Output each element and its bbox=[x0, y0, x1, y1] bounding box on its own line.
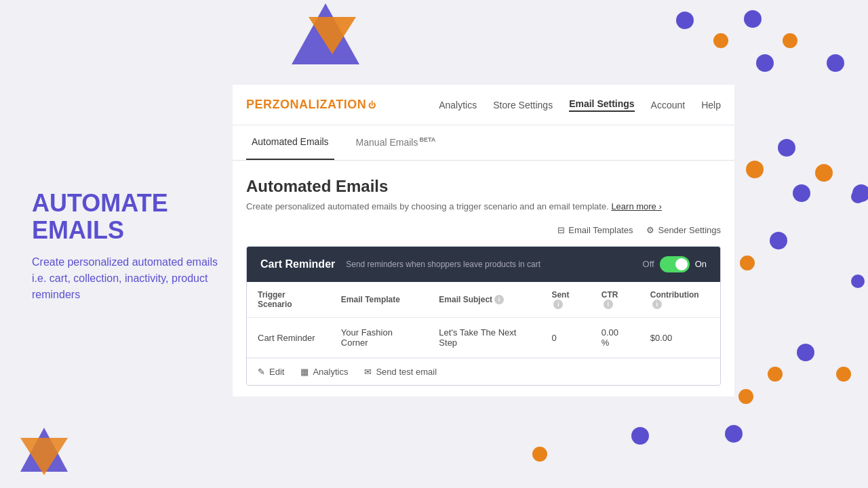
info-icon[interactable]: i bbox=[494, 295, 504, 304]
decorative-dot bbox=[783, 33, 797, 48]
cell-ctr: 0.00 % bbox=[591, 318, 639, 358]
info-icon[interactable]: i bbox=[604, 300, 613, 309]
decorative-dot bbox=[851, 190, 865, 203]
decorative-dot bbox=[852, 184, 868, 202]
page-description: Create personalized automated emails by … bbox=[246, 201, 721, 211]
decorative-dot bbox=[851, 274, 865, 288]
col-header-email-template: Email Template bbox=[330, 282, 429, 318]
templates-icon: ⊟ bbox=[557, 225, 565, 235]
col-header-sent: Senti bbox=[540, 282, 590, 318]
hero-subtitle: Create personalized automated emails i.e… bbox=[32, 254, 222, 303]
table-head: Trigger ScenarioEmail TemplateEmail Subj… bbox=[247, 282, 720, 318]
table-row: Cart ReminderYour Fashion CornerLet's Ta… bbox=[247, 318, 720, 358]
hero-title: AUTOMATE EMAILS bbox=[32, 190, 222, 243]
cart-reminder-description: Send reminders when shoppers leave produ… bbox=[346, 260, 540, 269]
svg-marker-2 bbox=[20, 428, 68, 472]
toggle-wrap: Off On bbox=[643, 256, 707, 272]
mail-icon: ✉ bbox=[364, 367, 372, 377]
edit-button[interactable]: ✎Edit bbox=[258, 367, 284, 377]
send-test-email-button[interactable]: ✉Send test email bbox=[364, 367, 437, 377]
send-test-email-label: Send test email bbox=[376, 367, 437, 377]
decorative-dot bbox=[740, 256, 755, 270]
col-header-ctr: CTRi bbox=[591, 282, 639, 318]
bottom-left-logo bbox=[17, 424, 71, 481]
decorative-dot bbox=[778, 139, 795, 157]
nav-link-email-settings[interactable]: Email Settings bbox=[569, 98, 634, 112]
analytics-icon: ▦ bbox=[300, 367, 309, 377]
svg-marker-1 bbox=[309, 17, 356, 54]
cart-header: Cart Reminder Send reminders when shoppe… bbox=[247, 247, 720, 282]
nav-logo: PERZONALIZATION⏻ bbox=[246, 98, 376, 112]
info-icon[interactable]: i bbox=[553, 300, 563, 309]
toggle-off-label: Off bbox=[643, 259, 654, 269]
decorative-dot bbox=[768, 367, 783, 382]
learn-more-link[interactable]: Learn more › bbox=[611, 201, 661, 211]
tabs-bar: Automated EmailsManual EmailsBETA bbox=[233, 125, 734, 161]
tab-automated-emails[interactable]: Automated Emails bbox=[246, 125, 334, 160]
table-body: Cart ReminderYour Fashion CornerLet's Ta… bbox=[247, 318, 720, 358]
toggle-knob bbox=[675, 258, 688, 270]
nav-link-store-settings[interactable]: Store Settings bbox=[493, 100, 553, 110]
svg-marker-0 bbox=[292, 3, 359, 64]
col-header-contribution: Contributioni bbox=[639, 282, 720, 318]
toggle-switch[interactable] bbox=[660, 256, 690, 272]
cell-subject: Let's Take The Next Step bbox=[428, 318, 540, 358]
toggle-on-label: On bbox=[695, 259, 707, 269]
decorative-dot bbox=[815, 164, 833, 182]
beta-badge: BETA bbox=[419, 136, 435, 143]
col-header-email-subject: Email Subjecti bbox=[428, 282, 540, 318]
nav-link-help[interactable]: Help bbox=[701, 100, 721, 110]
decorative-dot bbox=[738, 389, 753, 404]
analytics-label: Analytics bbox=[313, 367, 348, 377]
email-table: Trigger ScenarioEmail TemplateEmail Subj… bbox=[247, 282, 720, 359]
edit-icon: ✎ bbox=[258, 367, 265, 377]
decorative-dot bbox=[797, 344, 814, 361]
cart-reminder-title: Cart Reminder bbox=[260, 258, 335, 270]
decorative-dot bbox=[713, 33, 728, 48]
decorative-dot bbox=[746, 161, 764, 178]
decorative-dot bbox=[744, 10, 762, 28]
col-header-trigger-scenario: Trigger Scenario bbox=[247, 282, 330, 318]
cart-reminder-block: Cart Reminder Send reminders when shoppe… bbox=[246, 246, 721, 386]
decorative-dot bbox=[827, 54, 844, 72]
hero-section: AUTOMATE EMAILS Create personalized auto… bbox=[32, 190, 222, 303]
decorative-dot bbox=[725, 425, 743, 443]
decorative-dot bbox=[532, 447, 547, 462]
cell-template: Your Fashion Corner bbox=[330, 318, 429, 358]
nav-link-account[interactable]: Account bbox=[651, 100, 686, 110]
svg-marker-3 bbox=[20, 438, 68, 475]
decorative-dot bbox=[793, 184, 810, 202]
analytics-button[interactable]: ▦Analytics bbox=[300, 367, 348, 377]
sender-icon: ⚙ bbox=[646, 225, 654, 235]
action-links: ⊟ Email Templates ⚙ Sender Settings bbox=[246, 225, 721, 235]
decorative-dot bbox=[770, 232, 787, 249]
nav-links: AnalyticsStore SettingsEmail SettingsAcc… bbox=[439, 98, 721, 112]
nav-link-analytics[interactable]: Analytics bbox=[439, 100, 477, 110]
info-icon[interactable]: i bbox=[652, 300, 662, 309]
bottom-actions: ✎Edit▦Analytics✉Send test email bbox=[247, 358, 720, 385]
cell-trigger: Cart Reminder bbox=[247, 318, 330, 358]
cell-contribution: $0.00 bbox=[639, 318, 720, 358]
nav-bar: PERZONALIZATION⏻ AnalyticsStore Settings… bbox=[233, 85, 734, 125]
decorative-dot bbox=[836, 367, 851, 382]
page-title: Automated Emails bbox=[246, 177, 721, 196]
email-templates-link[interactable]: ⊟ Email Templates bbox=[557, 225, 633, 235]
cell-sent: 0 bbox=[540, 318, 590, 358]
content-body: Automated Emails Create personalized aut… bbox=[233, 161, 734, 397]
decorative-dot bbox=[756, 54, 774, 72]
decorative-dot bbox=[676, 12, 694, 29]
table-header-row: Trigger ScenarioEmail TemplateEmail Subj… bbox=[247, 282, 720, 318]
tab-manual-emails[interactable]: Manual EmailsBETA bbox=[351, 125, 441, 160]
edit-label: Edit bbox=[269, 367, 284, 377]
decorative-dot bbox=[631, 427, 649, 445]
page-content: Automated EmailsManual EmailsBETA Automa… bbox=[233, 125, 734, 396]
sender-settings-link[interactable]: ⚙ Sender Settings bbox=[646, 225, 721, 235]
